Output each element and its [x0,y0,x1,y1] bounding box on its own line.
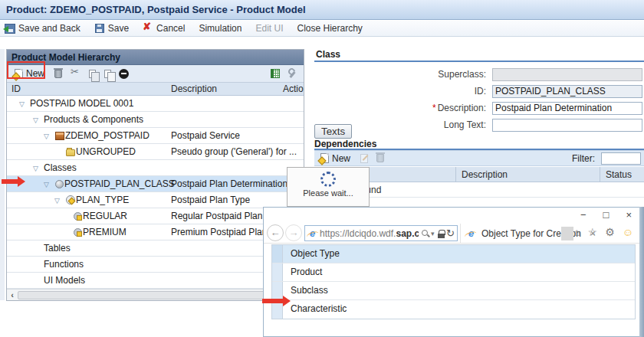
required-marker: * [432,103,436,113]
search-icon[interactable] [421,229,429,238]
expander-icon[interactable]: ▽ [33,113,44,129]
expander-icon[interactable]: ▽ [44,177,54,193]
tree-row[interactable]: UI Models [7,273,304,289]
delete-icon[interactable] [376,154,384,162]
save-button[interactable]: Save [94,23,129,34]
ie-popup-window: −□× ← → e https://ldciqdo.wdf.sap.co... … [263,207,644,337]
tree-row[interactable]: Functions [7,257,304,273]
horizontal-scrollbar[interactable]: ‹ [7,289,304,300]
cut-icon[interactable] [71,68,81,79]
tree-row[interactable]: REGULARRegular Postpaid Plan [7,208,304,224]
address-bar[interactable]: e https://ldciqdo.wdf.sap.co... ▾ ↻ [304,225,458,241]
dependencies-new-button[interactable]: New [317,152,353,165]
close-hierarchy-button[interactable]: Close Hierarchy [297,23,362,34]
expander-icon[interactable]: ▽ [33,161,44,177]
column-header-status: Status [606,169,632,180]
value-icon [74,228,82,237]
description-input[interactable] [492,102,642,115]
tree-row[interactable]: ▽Products & Components [7,112,304,128]
tree-row[interactable]: ▽PLAN_TYPEPostpaid Plan Type [7,192,304,208]
column-header-id: ID [12,83,21,94]
copy-icon[interactable] [104,70,111,78]
tree-row[interactable]: PREMIUMPremium Postpiad Plan [7,224,304,240]
scrollbar-thumb[interactable] [18,291,297,299]
new-document-icon [320,153,329,163]
save-and-back-button[interactable]: Save and Back [5,23,80,34]
tree-row-id-cell: ▽POSTPAID_PLAN_CLASS [7,178,175,189]
long-text-field-row: Long Text: [314,116,644,133]
simulation-button[interactable]: Simulation [199,23,242,34]
paste-icon[interactable] [89,70,96,78]
close-icon[interactable]: × [626,209,632,221]
url-text: https://ldciqdo.wdf.sap.co... [320,228,418,239]
expander-icon [54,145,65,161]
tree-row[interactable]: ▽Classes [7,160,304,176]
back-icon[interactable]: ← [267,224,284,241]
dependencies-new-label: New [332,153,350,164]
refresh-icon[interactable]: ↻ [446,227,455,239]
tree-row-id-cell: Functions [7,259,84,270]
object-type-row-label: Characteristic [283,300,347,319]
export-excel-icon[interactable] [271,69,280,78]
tree-row-id-cell: UNGROUPED [7,146,136,157]
minimize-icon[interactable]: − [580,209,586,221]
feedback-icon[interactable]: ☺ [623,226,633,238]
tree-row-id-cell: UI Models [7,275,85,286]
edit-icon[interactable] [360,154,368,163]
tree-row-id-cell: ▽POSTPAID MODEL 0001 [7,98,133,109]
expander-icon[interactable]: ▽ [54,193,65,209]
row-selector-cell[interactable] [272,245,283,263]
object-type-row[interactable]: Subclass [272,282,635,300]
cancel-label: Cancel [156,23,185,34]
expander-icon[interactable]: ▽ [19,97,30,113]
tree-row-description: Regular Postpaid Plan [171,208,262,224]
tree-row-label: UNGROUPED [76,146,136,157]
characteristic-icon [66,195,75,204]
long-text-input[interactable] [492,119,642,132]
settings-icon[interactable]: ⚙ [605,226,615,238]
new-tab-button[interactable] [561,227,573,240]
tree-row-label: POSTPAID MODEL 0001 [30,98,133,109]
tree-row-id-cell: ▽PLAN_TYPE [7,195,129,205]
superclass-input [492,68,642,81]
popup-scrollbar[interactable] [639,207,644,337]
personalize-icon[interactable] [287,68,297,79]
tree-row[interactable]: ▽POSTPAID_PLAN_CLASSPostpaid Plan Determ… [7,176,304,192]
tree-row-label: Functions [44,259,84,270]
delete-icon[interactable] [54,70,62,78]
folder-icon [66,149,75,156]
texts-button[interactable]: Texts [314,124,352,139]
cancel-button[interactable]: Cancel [143,23,185,34]
annotation-arrow-selected-class [2,176,25,187]
tree-row[interactable]: UNGROUPEDPseudo group ('General') for ..… [7,144,304,160]
saveback-icon [5,24,15,34]
home-icon[interactable]: ⌂ [573,226,580,238]
tree-row-description: Postpaid Service [171,128,240,144]
forward-icon[interactable]: → [285,224,302,241]
tree-row-description: Pseudo group ('General') for ... [171,144,297,160]
object-type-header-label: Object Type [283,245,340,263]
dependencies-toolbar: New Filter: [314,150,644,166]
expander-icon[interactable]: ▽ [44,129,54,145]
cancelx-icon [143,23,153,34]
tree-row[interactable]: Tables [7,240,304,257]
scroll-left-icon[interactable]: ‹ [7,290,18,299]
page-title: Product: ZDEMO_POSTPAID, Postpaid Servic… [6,4,306,15]
expander-icon [33,257,44,273]
object-type-row[interactable]: Product [272,263,635,282]
tree-row[interactable]: ▽ZDEMO_POSTPAIDPostpaid Service [7,128,304,144]
column-header-description: Description [171,83,217,94]
edit-ui-label: Edit UI [255,23,283,34]
dropdown-caret-icon[interactable]: ▾ [431,230,435,237]
maximize-icon[interactable]: □ [603,209,610,221]
object-type-row[interactable]: Characteristic [272,300,635,319]
collapse-all-icon[interactable] [119,69,129,79]
filter-input[interactable] [601,152,641,165]
row-selector-cell[interactable] [272,263,283,281]
edit-ui-button[interactable]: Edit UI [255,23,283,34]
close-hierarchy-label: Close Hierarchy [297,23,362,34]
tree-row-label: ZDEMO_POSTPAID [65,130,150,141]
expander-icon [33,273,44,290]
favorites-icon[interactable]: ☆ [588,226,598,238]
tree-row[interactable]: ▽POSTPAID MODEL 0001 [7,96,304,112]
